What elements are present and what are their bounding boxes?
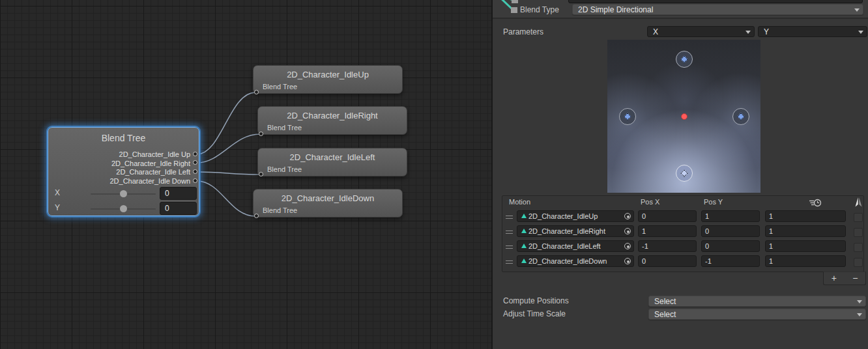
motion-node-idledown[interactable]: 2D_Character_IdleDown Blend Tree xyxy=(253,189,403,217)
object-picker-icon[interactable] xyxy=(624,258,631,264)
blend-tree-name-field[interactable] xyxy=(568,0,863,3)
motion-node-idleup[interactable]: 2D_Character_IdleUp Blend Tree xyxy=(253,65,403,94)
motion-name: 2D_Character_IdleDown xyxy=(528,257,607,265)
output-label-up: 2D_Character_Idle Up xyxy=(109,150,190,160)
blend-tree-node[interactable]: Blend Tree 2D_Character_Idle Up 2D_Chara… xyxy=(48,127,199,216)
blend-tree-inspector: Blend Type 2D Simple Directional Paramet… xyxy=(493,0,868,349)
y-slider-row: Y 0 xyxy=(48,202,199,215)
motion-object-field[interactable]: 2D_Character_IdleUp xyxy=(517,210,634,222)
x-slider-label: X xyxy=(55,188,60,197)
mirror-checkbox[interactable] xyxy=(854,258,863,267)
adjust-time-scale-label: Adjust Time Scale xyxy=(503,309,566,318)
speed-field[interactable]: 1 xyxy=(765,210,846,222)
motion-node-input-label: Blend Tree xyxy=(263,206,297,214)
input-port-icon[interactable] xyxy=(259,172,263,176)
blend-tree-editor: Blend Tree 2D_Character_Idle Up 2D_Chara… xyxy=(0,0,868,349)
mirror-icon xyxy=(854,197,863,208)
pos-x-field[interactable]: 0 xyxy=(638,255,697,267)
blend-point-left-icon[interactable] xyxy=(619,108,636,125)
chevron-down-icon xyxy=(857,300,862,303)
motion-object-field[interactable]: 2D_Character_IdleDown xyxy=(517,255,634,267)
blend-point-up-icon[interactable] xyxy=(676,51,693,68)
motion-list-footer: + − xyxy=(823,272,866,285)
motion-node-idleleft[interactable]: 2D_Character_IdleLeft Blend Tree xyxy=(257,148,407,176)
parameter-y-dropdown[interactable]: Y xyxy=(758,26,867,37)
x-slider-knob[interactable] xyxy=(120,190,127,197)
output-port-icon[interactable] xyxy=(193,152,197,156)
pos-x-field[interactable]: -1 xyxy=(638,240,697,252)
motion-row-idleup[interactable]: 2D_Character_IdleUp 0 1 1 xyxy=(502,210,863,225)
blend-type-dropdown[interactable]: 2D Simple Directional xyxy=(572,4,863,15)
blend-space-preview[interactable] xyxy=(607,40,760,193)
diamond-icon xyxy=(624,113,631,120)
motion-object-field[interactable]: 2D_Character_IdleRight xyxy=(517,225,634,237)
chevron-down-icon xyxy=(858,31,863,34)
x-value-field[interactable]: 0 xyxy=(160,187,197,200)
y-slider-knob[interactable] xyxy=(120,205,127,212)
blend-point-right-icon[interactable] xyxy=(732,108,749,125)
motion-row-idleleft[interactable]: 2D_Character_IdleLeft -1 0 1 xyxy=(502,240,863,255)
output-port-icon[interactable] xyxy=(193,160,197,165)
output-port-icon[interactable] xyxy=(193,169,197,174)
posx-column-header: Pos X xyxy=(641,198,659,206)
posy-column-header: Pos Y xyxy=(704,198,723,206)
speed-field[interactable]: 1 xyxy=(765,255,846,267)
object-picker-icon[interactable] xyxy=(624,213,631,219)
drag-handle-icon[interactable] xyxy=(506,260,513,264)
pos-y-field[interactable]: 0 xyxy=(701,240,760,252)
speed-clock-icon xyxy=(809,199,822,207)
motion-node-title: 2D_Character_IdleRight xyxy=(258,107,407,120)
pos-y-field[interactable]: 1 xyxy=(701,210,760,222)
speed-field[interactable]: 1 xyxy=(765,225,846,237)
object-picker-icon[interactable] xyxy=(624,243,631,249)
animation-clip-icon xyxy=(521,214,527,218)
diamond-icon xyxy=(737,113,744,120)
input-port-icon[interactable] xyxy=(254,214,259,218)
chevron-down-icon xyxy=(854,8,860,12)
x-slider-row: X 0 xyxy=(48,187,199,200)
output-port-icon[interactable] xyxy=(193,178,197,183)
compute-positions-value: Select xyxy=(654,297,676,306)
mirror-checkbox[interactable] xyxy=(854,228,863,237)
chevron-down-icon xyxy=(745,31,751,34)
adjust-time-scale-value: Select xyxy=(654,310,676,319)
parameter-y-value: Y xyxy=(764,27,769,36)
animation-clip-icon xyxy=(521,229,527,233)
input-port-icon[interactable] xyxy=(254,90,259,94)
input-port-icon[interactable] xyxy=(259,132,263,136)
motion-node-title: 2D_Character_IdleLeft xyxy=(258,148,407,162)
blend-point-down-icon[interactable] xyxy=(676,165,693,182)
motion-column-header: Motion xyxy=(509,198,530,206)
add-motion-button[interactable]: + xyxy=(825,272,843,285)
motion-object-field[interactable]: 2D_Character_IdleLeft xyxy=(517,240,634,252)
pos-x-field[interactable]: 1 xyxy=(638,225,697,237)
chevron-down-icon xyxy=(857,313,862,316)
object-picker-icon[interactable] xyxy=(624,228,631,234)
drag-handle-icon[interactable] xyxy=(506,216,513,219)
motion-row-idledown[interactable]: 2D_Character_IdleDown 0 -1 1 xyxy=(502,255,863,270)
drag-handle-icon[interactable] xyxy=(506,230,513,234)
drag-handle-icon[interactable] xyxy=(506,245,513,249)
motion-row-idleright[interactable]: 2D_Character_IdleRight 1 0 1 xyxy=(502,225,863,240)
parameter-x-dropdown[interactable]: X xyxy=(647,26,755,37)
motion-name: 2D_Character_IdleRight xyxy=(528,227,605,235)
remove-motion-button[interactable]: − xyxy=(846,272,864,285)
compute-positions-label: Compute Positions xyxy=(503,296,569,305)
blend-tree-node-outputs: 2D_Character_Idle Up 2D_Character_Idle R… xyxy=(109,150,190,186)
blend-type-label: Blend Type xyxy=(520,5,559,14)
blend-type-value: 2D Simple Directional xyxy=(578,5,653,14)
pos-x-field[interactable]: 0 xyxy=(638,210,697,222)
pos-y-field[interactable]: 0 xyxy=(701,225,760,237)
blend-tree-graph-canvas[interactable]: Blend Tree 2D_Character_Idle Up 2D_Chara… xyxy=(0,0,491,349)
compute-positions-dropdown[interactable]: Select xyxy=(648,296,866,307)
adjust-time-scale-dropdown[interactable]: Select xyxy=(648,309,866,320)
mirror-checkbox[interactable] xyxy=(854,213,863,222)
mirror-checkbox[interactable] xyxy=(854,243,863,252)
diamond-icon xyxy=(680,169,687,176)
motion-node-idleright[interactable]: 2D_Character_IdleRight Blend Tree xyxy=(257,106,407,135)
speed-field[interactable]: 1 xyxy=(765,240,846,252)
motion-name: 2D_Character_IdleUp xyxy=(528,212,598,220)
sample-point-icon[interactable] xyxy=(681,113,687,120)
pos-y-field[interactable]: -1 xyxy=(701,255,760,267)
y-value-field[interactable]: 0 xyxy=(160,202,197,215)
